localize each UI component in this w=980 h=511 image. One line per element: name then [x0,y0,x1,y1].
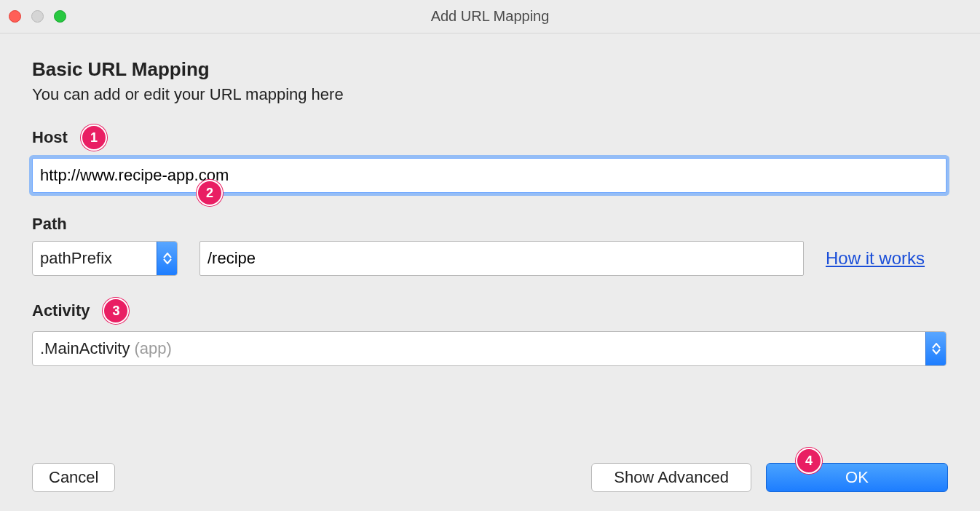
host-group: Host 1 [32,124,948,193]
titlebar: Add URL Mapping [0,0,980,33]
activity-select[interactable]: .MainActivity (app) [32,331,947,366]
how-it-works-link[interactable]: How it works [826,248,925,269]
callout-badge-2: 2 [197,180,223,206]
minimize-window-button [31,10,44,23]
host-input[interactable] [32,158,947,193]
ok-button-label: OK [845,468,869,487]
select-stepper-icon [157,242,177,275]
select-stepper-icon [925,332,946,365]
path-label-row: Path [32,215,948,234]
callout-badge-1: 1 [81,124,107,151]
activity-label: Activity [32,301,90,320]
section-subtitle: You can add or edit your URL mapping her… [32,85,948,104]
host-label-row: Host 1 [32,124,948,151]
show-advanced-button[interactable]: Show Advanced [591,463,751,492]
path-group: Path 2 pathPrefix How it works [32,215,948,276]
activity-label-row: Activity 3 [32,298,948,324]
callout-badge-4: 4 [796,448,822,474]
window-controls [9,0,66,33]
path-label: Path [32,215,67,234]
path-type-value: pathPrefix [33,242,157,275]
section-title: Basic URL Mapping [32,58,948,81]
window-title: Add URL Mapping [0,8,980,25]
path-input[interactable] [199,241,804,276]
activity-group: Activity 3 .MainActivity (app) [32,298,948,366]
path-type-select[interactable]: pathPrefix [32,241,178,276]
activity-value: .MainActivity (app) [33,332,925,365]
callout-badge-3: 3 [103,298,129,324]
activity-value-hint: (app) [134,339,171,358]
activity-value-main: .MainActivity [40,339,130,358]
path-row: pathPrefix How it works [32,241,948,276]
dialog-content: Basic URL Mapping You can add or edit yo… [0,33,980,405]
zoom-window-button[interactable] [54,10,66,23]
dialog-footer: Cancel Show Advanced 4 OK [32,463,948,492]
ok-button[interactable]: 4 OK [766,463,948,492]
host-label: Host [32,128,68,147]
close-window-button[interactable] [9,10,21,23]
cancel-button[interactable]: Cancel [32,463,115,492]
